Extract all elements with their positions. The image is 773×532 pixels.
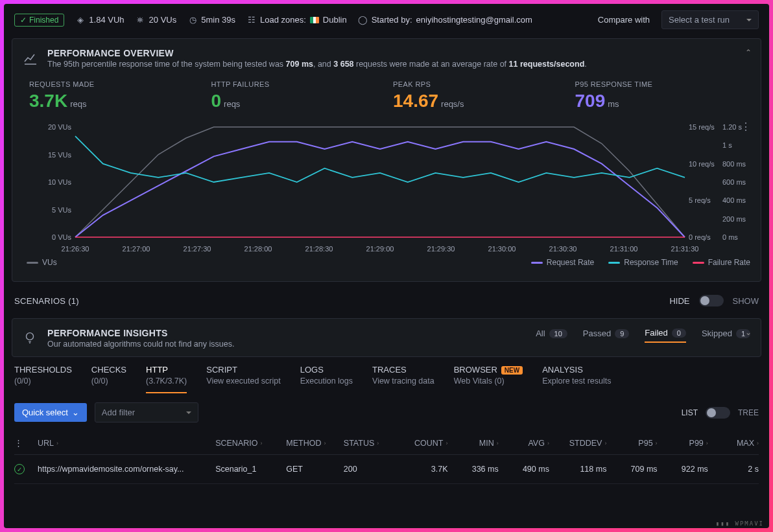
svg-text:0 req/s: 0 req/s xyxy=(689,233,711,241)
users-icon: ⛯ xyxy=(136,16,145,25)
svg-text:21:29:30: 21:29:30 xyxy=(427,245,455,253)
col-avg[interactable]: AVG› xyxy=(503,439,549,448)
col-status[interactable]: STATUS› xyxy=(344,439,390,448)
cell-method: GET xyxy=(286,465,340,474)
svg-text:1 s: 1 s xyxy=(722,141,732,149)
cell-avg: 490 ms xyxy=(503,465,549,474)
compare-with-label: Compare with xyxy=(598,15,650,25)
section-tabs: THRESHOLDS(0/0) CHECKS(0/0) HTTP(3.7K/3.… xyxy=(4,362,769,393)
overview-title: PERFORMANCE OVERVIEW xyxy=(47,48,587,58)
status-finished-label: Finished xyxy=(29,16,58,25)
started-by: ◯ Started by: eniyihostingtesting@gmail.… xyxy=(359,15,532,25)
svg-text:10 VUs: 10 VUs xyxy=(48,178,72,186)
col-url[interactable]: URL› xyxy=(38,439,211,448)
vuh-stat: ◈1.84 VUh xyxy=(76,15,124,25)
list-label: LIST xyxy=(682,408,698,417)
scenarios-title: SCENARIOS (1) xyxy=(14,296,79,306)
show-label: SHOW xyxy=(733,296,759,306)
tab-checks[interactable]: CHECKS(0/0) xyxy=(91,365,126,393)
svg-text:21:31:30: 21:31:30 xyxy=(671,245,699,253)
legend-request-rate[interactable]: Request Rate xyxy=(531,258,594,267)
tab-script[interactable]: SCRIPTView executed script xyxy=(206,365,280,393)
user-icon: ◯ xyxy=(359,16,368,25)
duration-stat: ◷5min 39s xyxy=(188,15,235,25)
svg-text:21:31:00: 21:31:00 xyxy=(610,245,638,253)
topbar: ✓ Finished ◈1.84 VUh ⛯20 VUs ◷5min 39s ☷… xyxy=(4,4,769,36)
svg-text:15 req/s: 15 req/s xyxy=(689,123,715,131)
flame-icon: ◈ xyxy=(76,16,85,25)
legend-response-time[interactable]: Response Time xyxy=(608,258,678,267)
col-method[interactable]: METHOD› xyxy=(286,439,340,448)
tab-analysis[interactable]: ANALYSISExplore test results xyxy=(542,365,611,393)
cell-min: 336 ms xyxy=(452,465,499,474)
svg-text:21:28:00: 21:28:00 xyxy=(244,245,272,253)
svg-text:5 VUs: 5 VUs xyxy=(52,206,71,214)
tab-browser[interactable]: BROWSERNEWWeb Vitals (0) xyxy=(454,365,523,393)
clock-icon: ◷ xyxy=(188,16,197,25)
compare-select[interactable]: Select a test run xyxy=(661,10,759,29)
svg-text:600 ms: 600 ms xyxy=(722,178,746,186)
lightbulb-icon xyxy=(23,330,38,346)
check-icon: ✓ xyxy=(20,16,27,25)
watermark: ▮▮▮ WPMAVI xyxy=(716,520,764,527)
svg-text:0 VUs: 0 VUs xyxy=(52,233,71,241)
overview-subtitle: The 95th percentile response time of the… xyxy=(47,60,587,69)
list-tree-toggle[interactable] xyxy=(706,407,730,419)
filter-row: Quick select⌄ Add filter LIST TREE xyxy=(4,393,769,432)
tab-thresholds[interactable]: THRESHOLDS(0/0) xyxy=(14,365,72,393)
svg-text:800 ms: 800 ms xyxy=(722,160,746,168)
status-ok-icon: ✓ xyxy=(14,464,25,474)
metric-p95: P95 RESPONSE TIME 709ms xyxy=(569,80,751,111)
col-p99[interactable]: P99› xyxy=(661,439,708,448)
legend-vus[interactable]: VUs xyxy=(27,258,57,267)
cell-scenario: Scenario_1 xyxy=(215,465,282,474)
cell-url: https://wpmavidemosite.com/ornek-say... xyxy=(38,465,206,474)
svg-point-29 xyxy=(27,333,34,340)
col-stddev[interactable]: STDDEV› xyxy=(553,439,607,448)
tab-http[interactable]: HTTP(3.7K/3.7K) xyxy=(146,365,187,393)
col-p95[interactable]: P95› xyxy=(610,439,657,448)
cell-max: 2 s xyxy=(712,465,759,474)
insights-tab-skipped[interactable]: Skipped1 xyxy=(702,329,750,342)
collapse-icon[interactable]: ⌄ xyxy=(745,328,752,337)
flag-ireland-icon xyxy=(310,17,319,23)
cell-p95: 709 ms xyxy=(610,465,657,474)
svg-text:20 VUs: 20 VUs xyxy=(48,123,72,131)
table-row[interactable]: ✓ https://wpmavidemosite.com/ornek-say..… xyxy=(14,455,759,484)
hide-label: HIDE xyxy=(669,296,689,306)
col-scenario[interactable]: SCENARIO› xyxy=(215,439,282,448)
vus-stat: ⛯20 VUs xyxy=(136,15,177,25)
svg-text:21:30:00: 21:30:00 xyxy=(488,245,516,253)
insights-subtitle: Our automated algorithms could not find … xyxy=(47,340,234,349)
chart-menu-icon[interactable]: ⋮ xyxy=(741,121,750,133)
insights-tab-all[interactable]: All10 xyxy=(536,329,567,342)
svg-text:10 req/s: 10 req/s xyxy=(689,160,715,168)
chart-area: ⋮ 0 VUs5 VUs10 VUs15 VUs20 VUs0 req/s5 r… xyxy=(23,121,750,276)
metric-failures: HTTP FAILURES 0reqs xyxy=(205,80,387,111)
add-filter-select[interactable]: Add filter xyxy=(95,402,198,422)
kebab-icon: ⋮ xyxy=(14,438,23,448)
scenarios-toggle[interactable] xyxy=(699,295,724,306)
quick-select-button[interactable]: Quick select⌄ xyxy=(14,403,87,422)
svg-text:0 ms: 0 ms xyxy=(722,233,738,241)
legend-failure-rate[interactable]: Failure Rate xyxy=(693,258,750,267)
svg-text:15 VUs: 15 VUs xyxy=(48,151,72,159)
tab-traces[interactable]: TRACESView tracing data xyxy=(372,365,434,393)
svg-text:21:30:30: 21:30:30 xyxy=(549,245,577,253)
col-min[interactable]: MIN› xyxy=(452,439,499,448)
col-menu[interactable]: ⋮ xyxy=(14,438,34,448)
col-max[interactable]: MAX› xyxy=(712,439,759,448)
collapse-icon[interactable]: ⌃ xyxy=(745,48,752,57)
insights-tab-passed[interactable]: Passed9 xyxy=(583,329,630,342)
svg-text:5 req/s: 5 req/s xyxy=(689,196,711,204)
insights-title: PERFORMANCE INSIGHTS xyxy=(47,328,234,338)
svg-text:21:28:30: 21:28:30 xyxy=(305,245,333,253)
svg-text:21:27:00: 21:27:00 xyxy=(123,245,150,253)
insights-tab-failed[interactable]: Failed0 xyxy=(645,328,686,343)
performance-overview-panel: ⌃ PERFORMANCE OVERVIEW The 95th percenti… xyxy=(12,38,761,282)
tree-label: TREE xyxy=(738,408,759,417)
performance-insights-panel: ⌄ PERFORMANCE INSIGHTS Our automated alg… xyxy=(12,318,761,357)
cell-status: 200 xyxy=(344,465,390,474)
tab-logs[interactable]: LOGSExecution logs xyxy=(300,365,353,393)
col-count[interactable]: COUNT› xyxy=(394,439,448,448)
